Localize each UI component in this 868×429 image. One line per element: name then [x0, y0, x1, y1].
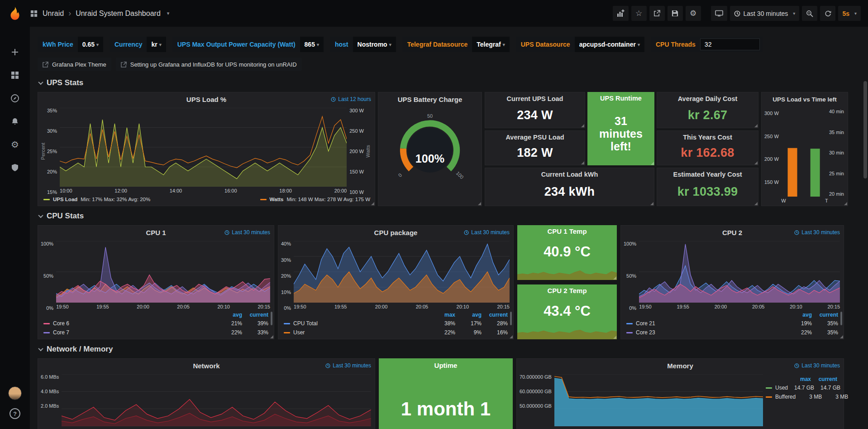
- breadcrumb-root[interactable]: Unraid: [43, 10, 64, 18]
- scrollbar-thumb[interactable]: [863, 81, 867, 178]
- series-name[interactable]: Core 7: [53, 329, 69, 336]
- star-dashboard-button[interactable]: ☆: [631, 6, 647, 21]
- panel-title[interactable]: CPU package: [374, 229, 418, 236]
- help-icon[interactable]: ?: [10, 408, 20, 419]
- variable-ups-max-output[interactable]: UPS Max Output Power Capacity (Watt) 865…: [172, 37, 324, 52]
- cycle-view-button[interactable]: [711, 6, 727, 21]
- variable-value-dropdown[interactable]: 0.65▾: [78, 37, 103, 52]
- legend-row[interactable]: Core 7 22%33%: [43, 328, 268, 337]
- variable-ups-datasource[interactable]: UPS Datasource apcupsd-container▾: [516, 37, 644, 52]
- variable-value-dropdown[interactable]: Telegraf▾: [472, 37, 509, 52]
- save-dashboard-button[interactable]: [668, 6, 683, 21]
- panel-time-range[interactable]: Last 30 minutes: [224, 226, 270, 239]
- legend-scrollbar[interactable]: [510, 312, 512, 325]
- series-name[interactable]: Watts: [270, 197, 284, 202]
- dashboard-title[interactable]: Unraid System Dashboard: [76, 10, 161, 18]
- panel-title[interactable]: UPS Load vs Time left: [773, 96, 837, 103]
- panel-time-range[interactable]: Last 30 minutes: [464, 226, 510, 239]
- panel-title[interactable]: UPS Battery Charge: [398, 96, 463, 103]
- variable-host[interactable]: host Nostromo▾: [330, 37, 396, 52]
- panel-title[interactable]: This Years Cost: [683, 134, 732, 141]
- section-cpu-stats[interactable]: CPU Stats: [39, 212, 861, 221]
- legend-scrollbar[interactable]: [840, 312, 842, 325]
- time-range-picker[interactable]: Last 30 minutes ▾: [730, 6, 800, 21]
- dashboard-title-caret-icon[interactable]: ▾: [167, 10, 170, 16]
- add-panel-button[interactable]: [613, 6, 629, 21]
- series-name[interactable]: Core 21: [636, 320, 655, 327]
- zoom-out-time-button[interactable]: [802, 6, 817, 21]
- panel-time-range[interactable]: Last 12 hours: [331, 92, 371, 106]
- apps-icon[interactable]: [30, 10, 38, 18]
- sidebar-item-dashboards[interactable]: [10, 70, 20, 81]
- sidebar-item-alerting[interactable]: [10, 116, 20, 127]
- user-avatar[interactable]: [8, 386, 22, 400]
- legend-row[interactable]: Core 21 19%35%: [626, 319, 838, 328]
- refresh-button[interactable]: [820, 6, 835, 21]
- variable-currency[interactable]: Currency kr▾: [110, 37, 166, 52]
- panel-title[interactable]: Average PSU Load: [506, 134, 564, 141]
- x-tick-label: 20:00: [715, 304, 727, 311]
- variable-kwh-price[interactable]: kWh Price 0.65▾: [38, 37, 103, 52]
- legend-series-watts[interactable]: Watts Min: 148 W Max: 278 W Avg: 175 W: [260, 197, 370, 202]
- link-ups-monitoring-guide[interactable]: Setting up Grafana and InfluxDB for UPS …: [116, 58, 302, 71]
- series-name[interactable]: Buffered: [775, 394, 796, 400]
- panel-title[interactable]: Estimated Yearly Cost: [673, 171, 742, 178]
- panel-title[interactable]: CPU 2: [722, 229, 742, 236]
- panel-time-range[interactable]: Last 30 minutes: [325, 359, 371, 372]
- panel-title[interactable]: Average Daily Cost: [678, 95, 738, 102]
- series-name[interactable]: Core 6: [53, 320, 69, 327]
- panel-title[interactable]: CPU 1 Temp: [547, 227, 587, 235]
- link-grafana-plex-theme[interactable]: Grafana Plex Theme: [38, 58, 111, 71]
- variable-value-dropdown[interactable]: kr▾: [147, 37, 166, 52]
- variable-value-dropdown[interactable]: Nostromo▾: [353, 37, 396, 52]
- panel-title[interactable]: UPS Load %: [186, 96, 226, 103]
- panel-time-range[interactable]: Last 30 minutes: [794, 359, 840, 372]
- legend-row[interactable]: Buffered 3 MB3 MB: [766, 392, 837, 401]
- section-ups-stats[interactable]: UPS Stats: [39, 78, 861, 87]
- sidebar-item-server-admin[interactable]: [10, 162, 20, 173]
- panel-title[interactable]: CPU 1: [146, 229, 166, 236]
- variable-cpu-threads[interactable]: CPU Threads 32: [651, 37, 763, 52]
- legend-series-ups-load[interactable]: UPS Load Min: 17% Max: 32% Avg: 20%: [43, 197, 150, 202]
- panel-title[interactable]: CPU 2 Temp: [547, 287, 587, 294]
- legend-row[interactable]: Core 23 22%35%: [626, 328, 838, 337]
- section-network-memory[interactable]: Network / Memory: [39, 345, 861, 354]
- panel-title[interactable]: Current UPS Load: [507, 95, 563, 102]
- panel-time-range[interactable]: Last 30 minutes: [794, 226, 840, 239]
- variable-value-dropdown[interactable]: 865▾: [300, 37, 324, 52]
- panel-title[interactable]: Network: [193, 362, 219, 370]
- legend-col-avg[interactable]: avg: [455, 312, 482, 318]
- legend-col-avg[interactable]: avg: [216, 312, 242, 318]
- legend-col-max[interactable]: max: [429, 312, 455, 318]
- sidebar-item-explore[interactable]: [10, 93, 20, 104]
- series-name[interactable]: UPS Load: [53, 197, 77, 202]
- series-name[interactable]: User: [293, 329, 305, 336]
- legend-scrollbar[interactable]: [271, 312, 272, 325]
- legend-col-max[interactable]: max: [785, 376, 811, 382]
- sidebar-item-configuration[interactable]: ⚙: [10, 139, 20, 150]
- series-name[interactable]: Used: [775, 385, 788, 391]
- panel-title[interactable]: UPS Runtime: [600, 95, 642, 102]
- variable-value-dropdown[interactable]: apcupsd-container▾: [575, 37, 644, 52]
- legend-row[interactable]: User 22%9%16%: [284, 328, 508, 337]
- legend-row[interactable]: Used 14.7 GB14.7 GB: [766, 383, 837, 392]
- series-name[interactable]: Core 23: [636, 329, 655, 336]
- panel-title[interactable]: Memory: [667, 362, 693, 370]
- legend-col-current[interactable]: current: [482, 312, 508, 318]
- grafana-logo[interactable]: [0, 6, 30, 21]
- sidebar-item-create[interactable]: [10, 47, 20, 58]
- series-name[interactable]: CPU Total: [293, 320, 318, 327]
- variable-telegraf-datasource[interactable]: Telegraf Datasource Telegraf▾: [402, 37, 510, 52]
- panel-title[interactable]: Current Load kWh: [541, 171, 598, 178]
- legend-row[interactable]: Core 6 21%39%: [43, 319, 268, 328]
- cpu-threads-input[interactable]: 32: [700, 39, 760, 50]
- refresh-interval-picker[interactable]: 5s ▾: [838, 6, 861, 21]
- share-dashboard-button[interactable]: [649, 6, 665, 21]
- legend-row[interactable]: CPU Total 38%17%28%: [284, 319, 508, 328]
- legend-col-current[interactable]: current: [242, 312, 268, 318]
- panel-title[interactable]: Uptime: [434, 362, 458, 369]
- dashboard-settings-button[interactable]: ⚙: [686, 6, 701, 21]
- legend-col-avg[interactable]: avg: [786, 312, 812, 318]
- legend-col-current[interactable]: current: [812, 312, 838, 318]
- legend-col-current[interactable]: current: [811, 376, 837, 382]
